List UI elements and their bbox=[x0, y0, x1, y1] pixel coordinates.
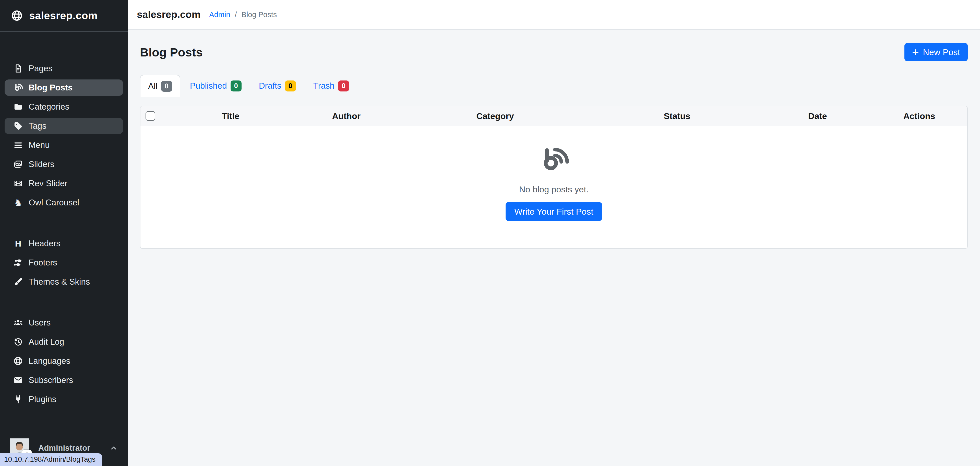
paintbrush-icon bbox=[12, 277, 24, 287]
column-header-category: Category bbox=[400, 111, 590, 121]
sidebar-item-label: Categories bbox=[29, 102, 70, 112]
nav-section: UsersAudit LogLanguagesSubscribersPlugin… bbox=[5, 314, 123, 407]
sidebar-item-languages[interactable]: Languages bbox=[5, 353, 123, 369]
images-icon bbox=[12, 160, 24, 169]
sidebar-item-menu[interactable]: Menu bbox=[5, 137, 123, 153]
site-title: salesrep.com bbox=[137, 9, 200, 20]
envelope-icon bbox=[12, 375, 24, 385]
new-post-button[interactable]: + New Post bbox=[904, 43, 968, 61]
nav-section: HHeadersFootersThemes & Skins bbox=[5, 235, 123, 290]
sidebar-item-label: Headers bbox=[29, 239, 60, 248]
status-bar-url: 10.10.7.198/Admin/BlogTags bbox=[0, 453, 102, 466]
sidebar-item-owl-carousel[interactable]: ♞Owl Carousel bbox=[5, 195, 123, 211]
sidebar-item-headers[interactable]: HHeaders bbox=[5, 235, 123, 252]
sidebar-item-sliders[interactable]: Sliders bbox=[5, 156, 123, 172]
tab-count-badge: 0 bbox=[161, 81, 172, 92]
breadcrumb-admin-link[interactable]: Admin bbox=[209, 11, 230, 19]
tab-published[interactable]: Published0 bbox=[182, 75, 249, 97]
sidebar-item-subscribers[interactable]: Subscribers bbox=[5, 372, 123, 388]
sidebar-item-tags[interactable]: Tags bbox=[5, 118, 123, 134]
chevron-up-icon[interactable] bbox=[109, 444, 118, 452]
users-icon bbox=[12, 318, 24, 327]
plus-icon: + bbox=[912, 46, 919, 58]
film-icon bbox=[12, 179, 24, 188]
main-content: Blog Posts + New Post All0Published0Draf… bbox=[128, 30, 980, 466]
sidebar-nav: PagesBlog PostsCategoriesTagsMenuSliders… bbox=[0, 32, 128, 430]
title-row: Blog Posts + New Post bbox=[140, 43, 968, 61]
column-header-actions: Actions bbox=[871, 111, 967, 121]
posts-table-card: TitleAuthorCategoryStatusDateActions No … bbox=[140, 106, 968, 249]
blog-icon bbox=[539, 147, 569, 174]
sidebar-item-footers[interactable]: Footers bbox=[5, 254, 123, 271]
sidebar-item-users[interactable]: Users bbox=[5, 314, 123, 331]
shoe-prints-icon bbox=[12, 258, 24, 268]
sidebar-item-label: Plugins bbox=[29, 394, 56, 404]
sidebar-item-categories[interactable]: Categories bbox=[5, 99, 123, 115]
breadcrumb: Admin / Blog Posts bbox=[209, 11, 277, 19]
tag-icon bbox=[12, 121, 24, 131]
table-header-row: TitleAuthorCategoryStatusDateActions bbox=[140, 106, 967, 126]
sidebar-item-plugins[interactable]: Plugins bbox=[5, 391, 123, 407]
tab-label: All bbox=[148, 81, 158, 91]
sidebar-item-blog-posts[interactable]: Blog Posts bbox=[5, 80, 123, 96]
nav-section: PagesBlog PostsCategoriesTagsMenuSliders… bbox=[5, 60, 123, 211]
breadcrumb-current: Blog Posts bbox=[242, 11, 277, 19]
select-all-checkbox[interactable] bbox=[146, 111, 155, 121]
sidebar-item-label: Menu bbox=[29, 140, 50, 150]
sidebar-item-label: Themes & Skins bbox=[29, 277, 90, 287]
new-post-button-label: New Post bbox=[923, 47, 960, 57]
clock-rotate-left-icon bbox=[12, 337, 24, 347]
tab-label: Published bbox=[190, 81, 227, 91]
tab-count-badge: 0 bbox=[231, 80, 242, 91]
horse-icon: ♞ bbox=[12, 198, 24, 207]
sidebar-item-label: Footers bbox=[29, 258, 57, 268]
column-header-status: Status bbox=[590, 111, 764, 121]
sidebar-item-label: Blog Posts bbox=[29, 83, 73, 93]
sidebar-item-label: Subscribers bbox=[29, 375, 73, 385]
column-header-date: Date bbox=[764, 111, 871, 121]
write-first-post-button[interactable]: Write Your First Post bbox=[506, 202, 602, 221]
page-title: Blog Posts bbox=[140, 45, 202, 59]
checkbox-cell bbox=[140, 111, 169, 121]
sidebar-item-label: Audit Log bbox=[29, 337, 64, 347]
globe-icon bbox=[12, 356, 24, 366]
sidebar-item-label: Rev Slider bbox=[29, 179, 67, 188]
tab-trash[interactable]: Trash0 bbox=[305, 75, 357, 97]
sidebar-item-label: Owl Carousel bbox=[29, 198, 79, 207]
sidebar-item-label: Languages bbox=[29, 356, 70, 366]
sidebar-item-themes-skins[interactable]: Themes & Skins bbox=[5, 274, 123, 290]
topbar: salesrep.com Admin / Blog Posts bbox=[128, 0, 980, 30]
sidebar-logo[interactable]: salesrep.com bbox=[0, 0, 128, 32]
breadcrumb-separator: / bbox=[235, 11, 237, 19]
tab-label: Drafts bbox=[259, 81, 282, 91]
sidebar-item-rev-slider[interactable]: Rev Slider bbox=[5, 175, 123, 192]
column-header-author: Author bbox=[293, 111, 400, 121]
tabs: All0Published0Drafts0Trash0 bbox=[140, 75, 968, 97]
sidebar-item-pages[interactable]: Pages bbox=[5, 60, 123, 77]
tab-count-badge: 0 bbox=[285, 80, 296, 91]
tab-all[interactable]: All0 bbox=[140, 75, 180, 97]
empty-state: No blog posts yet. Write Your First Post bbox=[140, 126, 967, 221]
logo-text: salesrep.com bbox=[29, 10, 97, 22]
file-lines-icon bbox=[12, 64, 24, 73]
folder-icon bbox=[12, 102, 24, 112]
column-header-title: Title bbox=[169, 111, 293, 121]
tab-label: Trash bbox=[313, 81, 334, 91]
blog-icon bbox=[12, 83, 24, 93]
tab-drafts[interactable]: Drafts0 bbox=[251, 75, 304, 97]
heading-icon: H bbox=[12, 239, 24, 248]
sidebar-item-label: Tags bbox=[29, 121, 46, 131]
user-name: Administrator bbox=[38, 444, 90, 453]
plug-icon bbox=[12, 394, 24, 404]
empty-state-message: No blog posts yet. bbox=[519, 184, 589, 195]
sidebar-item-label: Users bbox=[29, 318, 51, 327]
sidebar-item-label: Pages bbox=[29, 64, 52, 73]
sidebar-item-label: Sliders bbox=[29, 160, 54, 169]
bars-icon bbox=[12, 140, 24, 150]
globe-icon bbox=[11, 10, 23, 22]
tab-count-badge: 0 bbox=[338, 80, 349, 91]
sidebar-item-audit-log[interactable]: Audit Log bbox=[5, 334, 123, 350]
sidebar: salesrep.com PagesBlog PostsCategoriesTa… bbox=[0, 0, 128, 466]
